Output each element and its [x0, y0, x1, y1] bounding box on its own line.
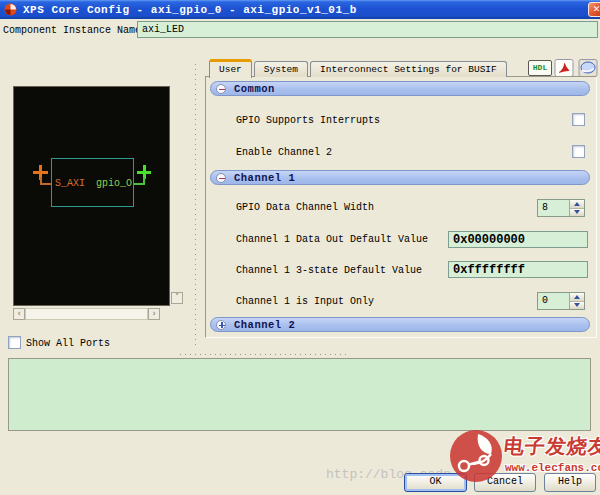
window-title: XPS Core Config - axi_gpio_0 - axi_gpio_…: [23, 4, 357, 16]
view-hdl-button[interactable]: HDL: [528, 60, 552, 76]
description-panel: [8, 358, 591, 431]
port-wire: [143, 177, 145, 185]
tab-interconnect-settings[interactable]: Interconnect Settings for BUSIF: [310, 61, 507, 77]
watermark-site-text: www.elecfans.com: [505, 462, 600, 474]
spin-down-button[interactable]: [570, 301, 584, 310]
section-title: Channel 1: [234, 172, 295, 184]
expand-icon[interactable]: [216, 320, 226, 330]
spin-up-button[interactable]: [570, 293, 584, 301]
show-all-ports-checkbox[interactable]: [8, 336, 21, 349]
arrow-down-icon: [574, 303, 580, 307]
ch1-tristate-default-input[interactable]: [448, 261, 588, 278]
section-header-common[interactable]: Common: [210, 81, 590, 96]
tab-bar: User System Interconnect Settings for BU…: [209, 58, 509, 77]
app-icon: [4, 3, 17, 16]
datasheet-disc-icon: [578, 59, 598, 77]
section-title: Common: [234, 83, 275, 95]
section-header-channel-2[interactable]: Channel 2: [210, 317, 590, 332]
horizontal-splitter-handle[interactable]: [178, 352, 348, 357]
ch1-input-only-spinner[interactable]: 0: [537, 292, 585, 310]
watermark-brand-text: 电子发烧友: [503, 433, 600, 460]
view-docs-button[interactable]: [578, 59, 598, 77]
tab-user[interactable]: User: [209, 59, 252, 78]
checkbox-gpio-supports-interrupts[interactable]: [572, 113, 585, 126]
label-ch1-tristate-default: Channel 1 3-state Default Value: [236, 265, 422, 276]
vertical-splitter-handle[interactable]: [193, 62, 198, 348]
scroll-left-button[interactable]: ‹: [13, 308, 25, 320]
tab-system[interactable]: System: [254, 61, 308, 77]
collapse-icon[interactable]: [216, 173, 226, 183]
port-label-gpio-o: gpio_O: [96, 178, 132, 189]
section-header-channel-1[interactable]: Channel 1: [210, 170, 590, 185]
block-diagram-canvas[interactable]: S_AXI gpio_O: [13, 86, 170, 306]
arrow-down-icon: [574, 210, 580, 214]
bus-wire: [40, 183, 52, 185]
collapse-icon[interactable]: [216, 84, 226, 94]
horizontal-scrollbar-track[interactable]: [25, 308, 148, 320]
checkbox-enable-channel-2[interactable]: [572, 145, 585, 158]
label-gpio-data-channel-width: GPIO Data Channel Width: [236, 202, 374, 213]
pdf-datasheet-button[interactable]: [554, 59, 574, 77]
label-ch1-data-out-default: Channel 1 Data Out Default Value: [236, 234, 428, 245]
title-bar: XPS Core Config - axi_gpio_0 - axi_gpio_…: [0, 0, 600, 19]
spin-down-button[interactable]: [570, 208, 584, 217]
scroll-right-button[interactable]: ›: [148, 308, 160, 320]
spinner-value[interactable]: 8: [538, 200, 569, 216]
instance-name-label: Component Instance Name: [3, 25, 141, 36]
help-button[interactable]: Help: [544, 473, 596, 492]
label-enable-channel-2: Enable Channel 2: [236, 147, 332, 158]
arrow-up-icon: [574, 202, 580, 206]
scroll-down-button[interactable]: ˅: [171, 292, 183, 304]
gpio-width-spinner[interactable]: 8: [537, 199, 585, 217]
section-title: Channel 2: [234, 319, 295, 331]
instance-name-input[interactable]: [137, 21, 598, 38]
spin-up-button[interactable]: [570, 200, 584, 208]
label-ch1-is-input-only: Channel 1 is Input Only: [236, 296, 374, 307]
ch1-data-out-default-input[interactable]: [448, 231, 588, 248]
label-gpio-supports-interrupts: GPIO Supports Interrupts: [236, 115, 380, 126]
pdf-icon: [554, 59, 574, 77]
port-label-s-axi: S_AXI: [55, 178, 85, 189]
show-all-ports-label: Show All Ports: [26, 338, 110, 349]
close-button[interactable]: ✕: [588, 2, 600, 17]
arrow-up-icon: [574, 295, 580, 299]
spinner-value[interactable]: 0: [538, 293, 569, 309]
elecfans-logo-icon: [448, 428, 504, 489]
